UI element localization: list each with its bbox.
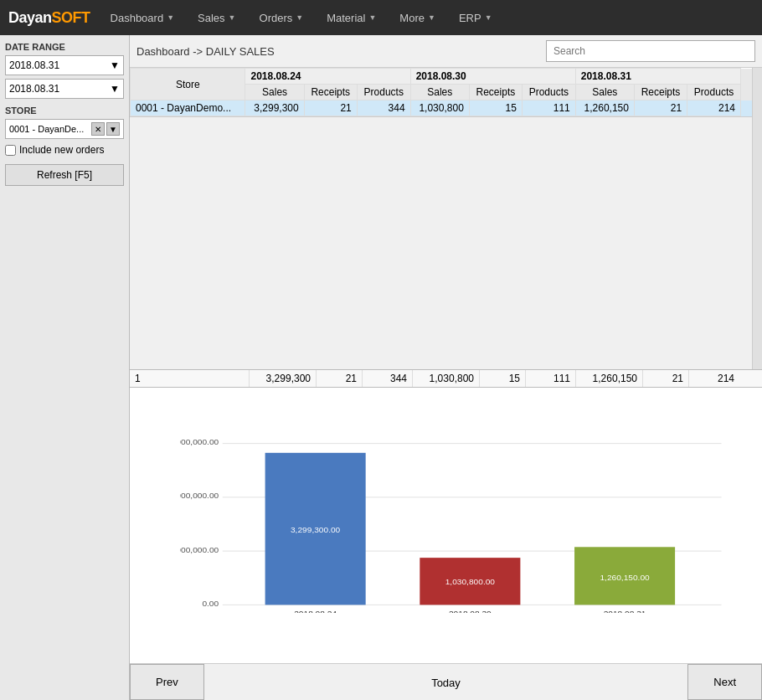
include-new-orders-row: Include new orders <box>5 144 124 156</box>
scroll-spacer <box>741 69 752 85</box>
brand-soft: SOFT <box>52 9 90 26</box>
brand-logo: DayanSOFT <box>8 9 90 27</box>
bar-1-label: 3,299,300.00 <box>291 525 340 533</box>
prev-button[interactable]: Prev <box>130 664 204 700</box>
nav-arrow: ▼ <box>296 13 303 22</box>
nav-more[interactable]: More ▼ <box>388 0 447 35</box>
date-from-value: 2018.08.31 <box>9 59 59 71</box>
col-receipts-1: Receipts <box>304 85 357 100</box>
date-group-2: 2018.08.30 <box>410 69 575 85</box>
table-inner: Store 2018.08.24 2018.08.30 2018.08.31 S… <box>130 68 752 369</box>
bar-3-xlabel: 2018.08.31 <box>604 610 646 613</box>
col-products-1: Products <box>357 85 410 100</box>
vertical-scrollbar[interactable] <box>752 68 762 369</box>
cell-d2-sales: 1,030,800 <box>410 100 469 116</box>
cell-d1-products: 344 <box>357 100 410 116</box>
nav-arrow: ▼ <box>368 13 376 22</box>
cell-d1-receipts: 21 <box>304 100 357 116</box>
date-to-arrow: ▼ <box>110 83 120 95</box>
content-header: Dashboard -> DAILY SALES <box>130 35 762 68</box>
nav-arrow: ▼ <box>167 13 174 22</box>
cell-d3-sales: 1,260,150 <box>575 100 634 116</box>
bar-2-xlabel: 2018.08.30 <box>449 610 492 613</box>
next-button[interactable]: Next <box>687 664 762 700</box>
col-receipts-2: Receipts <box>469 85 522 100</box>
col-sales-3: Sales <box>575 85 634 100</box>
breadcrumb: Dashboard -> DAILY SALES <box>136 45 275 58</box>
table-row[interactable]: 0001 - DayanDemo... 3,299,300 21 344 1,0… <box>131 100 752 116</box>
cell-d3-receipts: 21 <box>634 100 687 116</box>
nav-sales[interactable]: Sales ▼ <box>186 0 247 35</box>
store-label: STORE <box>5 106 124 116</box>
bar-chart: 0.00 1,000,000.00 2,000,000.00 3,000,000… <box>180 404 737 613</box>
nav-erp[interactable]: ERP ▼ <box>447 0 504 35</box>
cell-d3-products: 214 <box>687 100 741 116</box>
content-area: Dashboard -> DAILY SALES Store 2018.08.2… <box>130 35 762 700</box>
summary-d3-products: 214 <box>689 370 739 387</box>
col-store-header: Store <box>131 69 245 100</box>
summary-d1-receipts: 21 <box>317 370 363 387</box>
store-value: 0001 - DayanDe... <box>9 124 90 134</box>
date-group-3: 2018.08.31 <box>575 69 740 85</box>
table-container[interactable]: Store 2018.08.24 2018.08.30 2018.08.31 S… <box>130 68 752 117</box>
col-receipts-3: Receipts <box>634 85 687 100</box>
table-wrapper: Store 2018.08.24 2018.08.30 2018.08.31 S… <box>130 68 762 369</box>
scroll-spacer2 <box>741 85 752 100</box>
bar-2-label: 1,030,800.00 <box>445 578 495 586</box>
cell-d2-receipts: 15 <box>469 100 522 116</box>
col-products-3: Products <box>687 85 741 100</box>
summary-d2-receipts: 15 <box>480 370 526 387</box>
summary-count: 1 <box>130 370 250 387</box>
nav-material[interactable]: Material ▼ <box>315 0 388 35</box>
store-input[interactable]: 0001 - DayanDe... ✕ ▼ <box>5 119 124 139</box>
bottom-nav: Prev Today Next <box>130 663 762 700</box>
date-to-value: 2018.08.31 <box>9 83 59 95</box>
date-group-1: 2018.08.24 <box>245 69 410 85</box>
main-layout: DATE RANGE 2018.08.31 ▼ 2018.08.31 ▼ STO… <box>0 35 762 700</box>
y-label-0: 0.00 <box>202 600 219 608</box>
today-button[interactable]: Today <box>204 664 688 700</box>
bar-1-xlabel: 2018.08.24 <box>294 610 337 613</box>
col-products-2: Products <box>522 85 575 100</box>
nav-arrow: ▼ <box>428 13 435 22</box>
store-dropdown-button[interactable]: ▼ <box>106 122 120 136</box>
date-from-arrow: ▼ <box>110 59 120 71</box>
row-scroll-spacer <box>741 100 752 116</box>
cell-store: 0001 - DayanDemo... <box>131 100 245 116</box>
navbar: DayanSOFT Dashboard ▼ Sales ▼ Orders ▼ M… <box>0 0 762 35</box>
summary-d3-receipts: 21 <box>643 370 689 387</box>
store-clear-button[interactable]: ✕ <box>91 122 105 136</box>
date-range-label: DATE RANGE <box>5 42 124 52</box>
y-label-3m: 3,000,000.00 <box>180 438 219 446</box>
search-input[interactable] <box>546 40 755 62</box>
y-label-2m: 2,000,000.00 <box>180 492 219 500</box>
summary-d1-sales: 3,299,300 <box>250 370 317 387</box>
summary-d2-products: 111 <box>526 370 576 387</box>
date-from-input[interactable]: 2018.08.31 ▼ <box>5 55 124 75</box>
col-sales-2: Sales <box>410 85 469 100</box>
include-new-orders-label: Include new orders <box>19 144 104 156</box>
y-label-1m: 1,000,000.00 <box>180 545 219 553</box>
chart-area: 0.00 1,000,000.00 2,000,000.00 3,000,000… <box>130 388 762 663</box>
refresh-button[interactable]: Refresh [F5] <box>5 164 124 186</box>
include-new-orders-checkbox[interactable] <box>5 145 16 156</box>
nav-arrow: ▼ <box>485 13 492 22</box>
date-to-input[interactable]: 2018.08.31 ▼ <box>5 79 124 99</box>
sidebar: DATE RANGE 2018.08.31 ▼ 2018.08.31 ▼ STO… <box>0 35 130 700</box>
nav-arrow: ▼ <box>229 13 236 22</box>
col-sales-1: Sales <box>245 85 304 100</box>
summary-d3-sales: 1,260,150 <box>576 370 643 387</box>
nav-orders[interactable]: Orders ▼ <box>248 0 316 35</box>
summary-d2-sales: 1,030,800 <box>413 370 480 387</box>
cell-d2-products: 111 <box>522 100 575 116</box>
summary-row: 1 3,299,300 21 344 1,030,800 15 111 1,26… <box>130 369 762 388</box>
bar-3-label: 1,260,150.00 <box>600 574 649 582</box>
brand-text: DayanSOFT <box>8 9 90 26</box>
cell-d1-sales: 3,299,300 <box>245 100 304 116</box>
nav-dashboard[interactable]: Dashboard ▼ <box>99 0 187 35</box>
summary-d1-products: 344 <box>363 370 413 387</box>
data-table: Store 2018.08.24 2018.08.30 2018.08.31 S… <box>130 68 752 116</box>
